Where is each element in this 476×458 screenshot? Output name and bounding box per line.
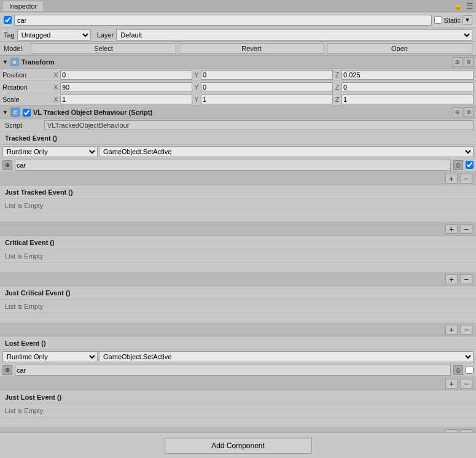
add-component-button[interactable]: Add Component	[165, 438, 312, 454]
vl-enabled-checkbox[interactable]	[23, 109, 31, 117]
scale-x-label: X	[52, 96, 60, 103]
rotation-row: Rotation X Y Z	[0, 81, 476, 93]
lost-event-checkbox[interactable]	[466, 366, 474, 374]
layer-select[interactable]: Default	[116, 29, 472, 41]
tracked-event-plus-btn[interactable]: +	[445, 174, 458, 184]
inspector-tab-label: Inspector	[9, 2, 37, 10]
tracked-event-obj-icon: ⊕	[2, 160, 12, 170]
vl-gear-icon[interactable]: ⚙	[464, 107, 474, 117]
lost-event-target-icon[interactable]: ◎	[453, 365, 463, 375]
object-name-input[interactable]	[14, 15, 432, 26]
scale-x-input[interactable]	[60, 95, 192, 104]
rotation-x-input[interactable]	[60, 82, 192, 92]
position-z-label: Z	[333, 71, 341, 79]
vl-script-title: VL Tracked Object Behaviour (Script)	[33, 109, 450, 116]
model-label: Model	[4, 45, 28, 52]
inspector-content: ▼ ⊕ Transform ⊞ ⚙ Position X Y	[0, 55, 476, 432]
scale-y-label: Y	[192, 96, 201, 103]
just-tracked-plus-btn[interactable]: +	[445, 224, 458, 234]
model-open-button[interactable]: Open	[327, 43, 472, 54]
transform-icon: ⊕	[10, 58, 19, 66]
lost-event-plus-btn[interactable]: +	[445, 379, 458, 389]
transform-settings-icon[interactable]: ⊞	[453, 57, 462, 67]
just-critical-minus-btn[interactable]: −	[460, 325, 472, 335]
scale-z-label: Z	[333, 96, 341, 103]
tracked-event-dropdown-row: Runtime Only GameObject.SetActive	[0, 145, 476, 158]
transform-collapse-icon[interactable]: ▼	[2, 59, 8, 65]
vl-collapse-icon[interactable]: ▼	[2, 109, 8, 115]
lost-event-minus-btn[interactable]: −	[460, 379, 472, 389]
position-x-input[interactable]	[60, 70, 192, 80]
object-enabled-checkbox[interactable]	[4, 16, 12, 24]
position-y-input[interactable]	[201, 70, 333, 80]
lost-event-dropdown-row: Runtime Only GameObject.SetActive	[0, 350, 476, 363]
lost-event-action-select[interactable]: GameObject.SetActive	[99, 351, 474, 362]
lock-area: 🔒 ☰	[453, 1, 474, 10]
position-z-input[interactable]	[341, 70, 474, 80]
just-tracked-spacer	[0, 212, 476, 222]
layer-label: Layer	[97, 31, 114, 39]
tracked-event-title-row: Tracked Event ()	[0, 131, 476, 145]
rotation-y-input[interactable]	[201, 82, 333, 92]
just-lost-event-section: Just Lost Event () List is Empty + −	[0, 390, 476, 432]
just-critical-plus-btn[interactable]: +	[445, 325, 458, 335]
tracked-event-action-select[interactable]: GameObject.SetActive	[99, 146, 474, 157]
lost-event-section: Lost Event () Runtime Only GameObject.Se…	[0, 336, 476, 390]
position-y-label: Y	[192, 71, 201, 79]
just-critical-event-title-row: Just Critical Event ()	[0, 286, 476, 300]
just-lost-empty-label: List is Empty	[5, 407, 43, 414]
add-component-area: Add Component	[0, 432, 476, 458]
just-critical-event-title: Just Critical Event ()	[5, 289, 70, 297]
critical-event-section: Critical Event () List is Empty + −	[0, 236, 476, 286]
tracked-event-obj-row: ⊕ ◎	[0, 158, 476, 172]
lost-event-mode-select[interactable]: Runtime Only	[2, 351, 98, 362]
tracked-event-checkbox[interactable]	[466, 161, 474, 169]
tracked-event-mode-select[interactable]: Runtime Only	[2, 146, 98, 157]
lost-event-title: Lost Event ()	[5, 340, 46, 347]
menu-icon[interactable]: ☰	[466, 1, 474, 10]
tracked-event-title: Tracked Event ()	[5, 134, 57, 142]
transform-gear-icon[interactable]: ⚙	[464, 57, 474, 67]
object-header: Static ▼	[0, 12, 476, 28]
script-ref-field[interactable]: VLTrackedObjectBehaviour	[44, 120, 474, 130]
vl-header-icons: ⊞ ⚙	[453, 107, 474, 117]
tag-layer-row: Tag Untagged Layer Default	[0, 28, 476, 42]
just-tracked-event-title: Just Tracked Event ()	[5, 188, 73, 196]
position-x-label: X	[52, 71, 60, 79]
position-xyz: X Y Z	[52, 70, 474, 80]
just-critical-event-pm-row: + −	[0, 323, 476, 336]
scale-xyz: X Y Z	[52, 95, 474, 104]
inspector-tab[interactable]: Inspector	[2, 1, 44, 11]
lost-event-obj-row: ⊕ ◎	[0, 363, 476, 377]
model-revert-button[interactable]: Revert	[179, 43, 324, 54]
title-bar: Inspector 🔒 ☰	[0, 0, 476, 12]
tracked-event-minus-btn[interactable]: −	[460, 174, 472, 184]
static-row: Static ▼	[434, 15, 472, 25]
vl-c-icon: C	[10, 107, 20, 117]
lock-icon[interactable]: 🔒	[453, 2, 462, 10]
vl-settings-icon[interactable]: ⊞	[453, 107, 462, 117]
rotation-z-label: Z	[333, 83, 341, 91]
position-row: Position X Y Z	[0, 69, 476, 81]
inspector-window: Inspector 🔒 ☰ Static ▼ Tag Untagged Laye…	[0, 0, 476, 458]
position-label: Position	[2, 71, 52, 79]
script-label: Script	[5, 122, 42, 129]
transform-header: ▼ ⊕ Transform ⊞ ⚙	[0, 55, 476, 69]
scale-y-input[interactable]	[201, 95, 333, 104]
tracked-event-target-icon[interactable]: ◎	[453, 160, 463, 170]
critical-event-title-row: Critical Event ()	[0, 236, 476, 249]
just-tracked-event-section: Just Tracked Event () List is Empty + −	[0, 185, 476, 236]
critical-plus-btn[interactable]: +	[445, 274, 458, 284]
just-lost-spacer	[0, 417, 476, 427]
model-select-button[interactable]: Select	[31, 43, 176, 54]
rotation-z-input[interactable]	[341, 82, 474, 92]
static-dropdown-arrow[interactable]: ▼	[462, 15, 472, 25]
tag-select[interactable]: Untagged	[17, 29, 91, 41]
lost-event-obj-input[interactable]	[15, 365, 451, 376]
critical-minus-btn[interactable]: −	[460, 274, 472, 284]
just-tracked-minus-btn[interactable]: −	[460, 224, 472, 234]
scale-z-input[interactable]	[341, 95, 474, 104]
model-row: Model Select Revert Open	[0, 42, 476, 55]
static-checkbox[interactable]	[434, 16, 442, 24]
tracked-event-obj-input[interactable]	[15, 160, 451, 171]
